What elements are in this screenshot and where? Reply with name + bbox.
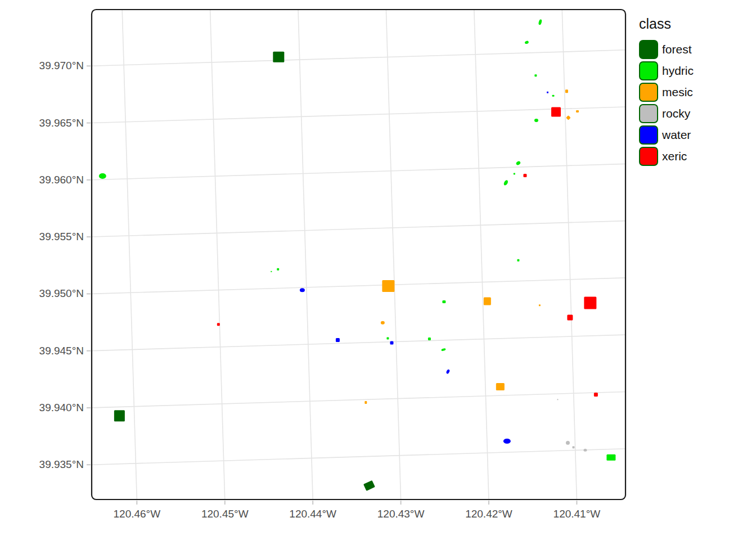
gridline-longitude bbox=[386, 9, 400, 500]
gridline-longitude bbox=[298, 9, 313, 500]
legend: class foresthydricmesicrockywaterxeric bbox=[639, 16, 694, 167]
legend-entry-forest: forest bbox=[639, 39, 694, 60]
legend-entry-mesic: mesic bbox=[639, 82, 694, 103]
x-axis-tick-label: 120.41°W bbox=[554, 508, 601, 520]
map-feature-hydric bbox=[515, 160, 521, 166]
x-axis-tick-label: 120.42°W bbox=[465, 508, 512, 520]
gridline-latitude bbox=[91, 449, 626, 465]
map-feature-hydric bbox=[534, 74, 537, 76]
gridline-longitude bbox=[122, 9, 137, 500]
map-feature-hydric bbox=[442, 300, 446, 303]
map-feature-hydric bbox=[552, 95, 554, 97]
y-axis-tick-label: 39.950°N bbox=[39, 287, 84, 299]
legend-label-hydric: hydric bbox=[662, 64, 694, 78]
legend-entry-hydric: hydric bbox=[639, 60, 694, 82]
legend-entry-water: water bbox=[639, 124, 694, 146]
y-axis-tick-label: 39.935°N bbox=[39, 458, 84, 470]
map-feature-rocky bbox=[583, 449, 587, 452]
gridline-longitude bbox=[210, 9, 225, 500]
map-feature-hydric bbox=[271, 271, 272, 272]
gridline-latitude bbox=[91, 164, 626, 180]
map-feature-mesic bbox=[382, 280, 394, 292]
legend-key-mesic bbox=[639, 83, 658, 102]
legend-label-xeric: xeric bbox=[662, 150, 687, 163]
panel-border bbox=[92, 10, 626, 500]
map-feature-water bbox=[390, 341, 393, 344]
map-feature-xeric bbox=[567, 315, 573, 321]
gridline-latitude bbox=[91, 50, 626, 66]
map-feature-xeric bbox=[217, 323, 220, 326]
map-feature-mesic bbox=[496, 383, 505, 390]
y-axis-tick-label: 39.965°N bbox=[39, 117, 84, 129]
x-axis-tick-label: 120.44°W bbox=[289, 508, 336, 520]
map-feature-hydric bbox=[514, 173, 515, 175]
y-axis-tick-label: 39.945°N bbox=[39, 345, 84, 357]
y-axis-tick-label: 39.970°N bbox=[39, 60, 84, 71]
legend-entry-rocky: rocky bbox=[639, 103, 694, 124]
legend-entry-xeric: xeric bbox=[639, 146, 694, 167]
legend-key-rocky bbox=[639, 104, 658, 123]
map-feature-mesic bbox=[484, 298, 491, 305]
map-feature-rocky bbox=[566, 441, 570, 445]
map-feature-mesic bbox=[364, 401, 367, 404]
x-axis-tick-label: 120.46°W bbox=[114, 508, 161, 520]
map-feature-hydric bbox=[524, 40, 529, 44]
gridline-latitude bbox=[91, 335, 626, 351]
gridline-latitude bbox=[91, 107, 626, 123]
map-feature-mesic bbox=[566, 115, 570, 120]
x-axis-tick-label: 120.45°W bbox=[201, 508, 249, 520]
map-feature-hydric bbox=[277, 268, 279, 271]
x-axis-tick-label: 120.43°W bbox=[377, 508, 425, 520]
y-axis-tick-label: 39.940°N bbox=[39, 402, 84, 413]
panel-content bbox=[91, 9, 626, 500]
map-feature-xeric bbox=[584, 297, 596, 309]
legend-label-water: water bbox=[662, 128, 691, 142]
map-feature-xeric bbox=[594, 393, 598, 397]
map-feature-hydric bbox=[428, 338, 431, 340]
map-feature-hydric bbox=[534, 119, 538, 122]
legend-key-hydric bbox=[639, 61, 658, 80]
map-feature-mesic bbox=[539, 304, 541, 306]
map-feature-hydric bbox=[538, 19, 542, 25]
gridline-latitude bbox=[91, 221, 626, 237]
map-feature-hydric bbox=[503, 179, 508, 186]
y-axis-tick-label: 39.960°N bbox=[39, 174, 84, 186]
legend-key-xeric bbox=[639, 147, 658, 166]
map-feature-mesic bbox=[381, 321, 385, 325]
gridline-latitude bbox=[91, 392, 626, 408]
map-feature-hydric bbox=[386, 338, 389, 340]
map-feature-forest bbox=[114, 410, 125, 421]
map-feature-mesic bbox=[565, 89, 568, 93]
legend-title: class bbox=[639, 16, 694, 32]
map-feature-water bbox=[300, 288, 305, 292]
map-feature-xeric bbox=[551, 107, 561, 117]
legend-key-water bbox=[639, 125, 658, 145]
gridline-longitude bbox=[474, 9, 489, 500]
map-feature-mesic bbox=[576, 110, 579, 112]
map-feature-hydric bbox=[99, 173, 106, 179]
legend-key-forest bbox=[639, 40, 658, 59]
legend-label-mesic: mesic bbox=[662, 86, 693, 99]
map-feature-water bbox=[336, 338, 340, 342]
gridline-latitude bbox=[91, 278, 626, 294]
map-feature-xeric bbox=[523, 174, 526, 177]
map-feature-rocky bbox=[572, 446, 574, 448]
map-feature-forest bbox=[363, 480, 375, 491]
y-axis-tick-label: 39.955°N bbox=[39, 231, 84, 242]
legend-label-forest: forest bbox=[662, 43, 692, 56]
legend-entries: foresthydricmesicrockywaterxeric bbox=[639, 39, 694, 167]
gridline-longitude bbox=[562, 9, 577, 500]
map-feature-hydric bbox=[606, 454, 615, 461]
legend-label-rocky: rocky bbox=[662, 107, 690, 120]
map-feature-forest bbox=[273, 52, 284, 62]
map-feature-water bbox=[503, 439, 511, 444]
map-feature-rocky bbox=[557, 399, 558, 400]
map-feature-hydric bbox=[517, 259, 519, 262]
map-feature-water bbox=[446, 369, 450, 374]
map-feature-hydric bbox=[441, 348, 446, 352]
map-feature-water bbox=[547, 92, 548, 93]
